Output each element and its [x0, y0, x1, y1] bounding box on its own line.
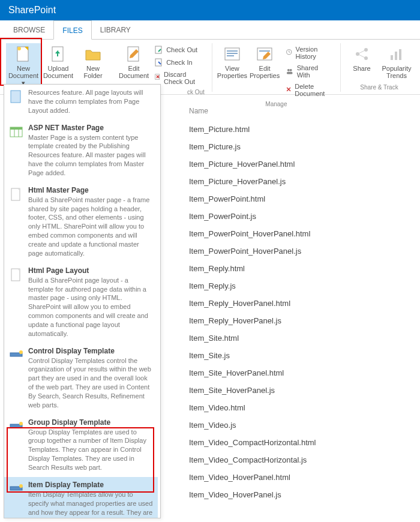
- edit-properties-label: Edit Properties: [250, 65, 280, 79]
- file-item[interactable]: Item_Reply.html: [189, 264, 415, 273]
- new-document-dropdown: Resources feature. All page layouts will…: [4, 84, 161, 518]
- file-item[interactable]: Item_Site.js: [189, 351, 415, 360]
- file-item[interactable]: Item_Picture_HoverPanel.html: [189, 160, 415, 169]
- dropdown-item[interactable]: ASP NET Master PageMaster Page is a syst…: [4, 120, 158, 182]
- file-item[interactable]: Item_Site_HoverPanel.js: [189, 386, 415, 395]
- history-icon: [286, 49, 292, 57]
- svg-point-19: [364, 48, 368, 52]
- dropdown-item[interactable]: Item Display TemplateItem Display Templa…: [4, 477, 158, 518]
- file-item[interactable]: Item_Site.html: [189, 334, 415, 343]
- new-document-button[interactable]: New Document ▾: [6, 43, 41, 86]
- dropdown-item-desc: Control Display Templates control the or…: [28, 356, 153, 410]
- share-button[interactable]: Share: [344, 43, 379, 79]
- edit-properties-button[interactable]: Edit Properties: [248, 43, 281, 100]
- svg-rect-29: [11, 188, 20, 200]
- dropdown-item-title: Control Display Template: [28, 347, 153, 355]
- upload-document-button[interactable]: Upload Document: [41, 43, 76, 86]
- file-item[interactable]: Item_PowerPoint.js: [189, 212, 415, 221]
- app-title: SharePoint: [8, 5, 56, 15]
- svg-rect-9: [227, 50, 238, 52]
- dropdown-item-title: Html Master Page: [28, 186, 153, 194]
- properties-edit-icon: [255, 44, 274, 64]
- dropdown-item[interactable]: Html Page LayoutBuild a SharePoint page …: [4, 263, 158, 343]
- view-properties-button[interactable]: View Properties: [216, 43, 248, 100]
- file-item[interactable]: Item_Video.html: [189, 403, 415, 412]
- file-item[interactable]: Item_Video.js: [189, 421, 415, 430]
- dropdown-item[interactable]: Html Master PageBuild a SharePoint maste…: [4, 182, 158, 263]
- file-item[interactable]: Item_Reply.js: [189, 281, 415, 290]
- version-history-label: Version History: [296, 46, 332, 60]
- file-item[interactable]: Item_Video_HoverPanel.html: [189, 473, 415, 482]
- svg-rect-11: [227, 55, 234, 56]
- folder-icon: [83, 44, 103, 64]
- dropdown-item[interactable]: Group Display TemplateGroup Display Temp…: [4, 415, 158, 477]
- dropdown-item-title: ASP NET Master Page: [28, 124, 153, 132]
- svg-rect-13: [259, 50, 270, 52]
- tab-browse[interactable]: BROWSE: [5, 20, 53, 39]
- upload-document-label: Upload Document: [42, 65, 74, 79]
- svg-rect-23: [399, 49, 401, 60]
- file-item[interactable]: Item_PowerPoint_HoverPanel.js: [189, 247, 415, 256]
- tab-library[interactable]: LIBRARY: [92, 20, 139, 39]
- popularity-trends-button[interactable]: Popularity Trends: [379, 43, 414, 79]
- new-folder-label: New Folder: [77, 65, 109, 79]
- file-item[interactable]: Item_Video_CompactHorizontal.js: [189, 455, 415, 464]
- template-icon: [9, 348, 23, 362]
- file-item[interactable]: Item_Picture.js: [189, 142, 415, 151]
- file-item[interactable]: Item_Reply_HoverPanel.js: [189, 316, 415, 325]
- version-history-button[interactable]: Version History: [283, 44, 334, 61]
- check-out-button[interactable]: Check Out: [152, 44, 206, 55]
- file-item[interactable]: Item_PowerPoint.html: [189, 194, 415, 203]
- delete-document-label: Delete Document: [295, 83, 332, 97]
- svg-rect-24: [11, 91, 20, 103]
- checkout-icon: [155, 46, 163, 54]
- file-item[interactable]: Item_Picture_HoverPanel.js: [189, 177, 415, 186]
- file-item[interactable]: Item_Video_CompactHorizontal.html: [189, 438, 415, 447]
- column-header-name[interactable]: Name: [189, 107, 415, 115]
- file-item[interactable]: Item_PowerPoint_HoverPanel.html: [189, 229, 415, 238]
- check-in-button[interactable]: Check In: [152, 57, 206, 68]
- upload-icon: [49, 44, 68, 64]
- dropdown-item-title: Item Display Template: [28, 481, 153, 489]
- svg-point-20: [364, 56, 368, 60]
- tab-files[interactable]: FILES: [53, 20, 91, 40]
- dropdown-item-desc: Item Display Templates allow you to spec…: [28, 490, 153, 518]
- trends-icon: [387, 44, 406, 64]
- template-icon: [9, 89, 23, 104]
- file-item[interactable]: Item_Reply_HoverPanel.html: [189, 299, 415, 308]
- dropdown-item-desc: Group Display Templates are used to grou…: [28, 428, 153, 472]
- dropdown-item-desc: Master Page is a system content type tem…: [28, 133, 153, 178]
- template-icon: [9, 125, 23, 139]
- new-folder-button[interactable]: New Folder: [76, 43, 110, 86]
- svg-rect-31: [11, 269, 20, 281]
- ribbon-tabstrip: BROWSE FILES LIBRARY: [0, 20, 420, 40]
- svg-rect-10: [227, 53, 238, 54]
- template-icon: [9, 187, 23, 202]
- file-list: Item_Picture.htmlItem_Picture.jsItem_Pic…: [177, 125, 415, 499]
- dropdown-item[interactable]: Control Display TemplateControl Display …: [4, 343, 158, 415]
- svg-point-38: [19, 484, 23, 488]
- dropdown-item-title: Group Display Template: [28, 418, 153, 427]
- ribbon-group-label-open: ck Out: [187, 88, 205, 97]
- delete-icon: [286, 86, 292, 94]
- check-in-label: Check In: [166, 59, 192, 66]
- discard-icon: [155, 74, 161, 82]
- template-icon: [9, 482, 23, 496]
- file-item[interactable]: Item_Picture.html: [189, 125, 415, 134]
- dropdown-item-desc: Build a SharePoint master page - a frame…: [28, 196, 153, 258]
- view-properties-label: View Properties: [217, 65, 247, 79]
- dropdown-scroll[interactable]: Resources feature. All page layouts will…: [4, 85, 160, 518]
- shared-with-button[interactable]: Shared With: [283, 63, 334, 80]
- edit-document-button[interactable]: Edit Document: [118, 43, 150, 88]
- check-out-label: Check Out: [166, 46, 197, 53]
- share-label: Share: [353, 65, 370, 72]
- properties-view-icon: [223, 44, 242, 64]
- edit-icon: [124, 44, 143, 64]
- template-icon: [9, 419, 23, 434]
- file-item[interactable]: Item_Video_HoverPanel.js: [189, 490, 415, 499]
- dropdown-item[interactable]: Resources feature. All page layouts will…: [4, 85, 158, 120]
- svg-point-15: [287, 69, 290, 71]
- edit-document-label: Edit Document: [119, 65, 149, 79]
- ribbon-group-label-share: Share & Track: [360, 83, 398, 92]
- file-item[interactable]: Item_Site_HoverPanel.html: [189, 368, 415, 377]
